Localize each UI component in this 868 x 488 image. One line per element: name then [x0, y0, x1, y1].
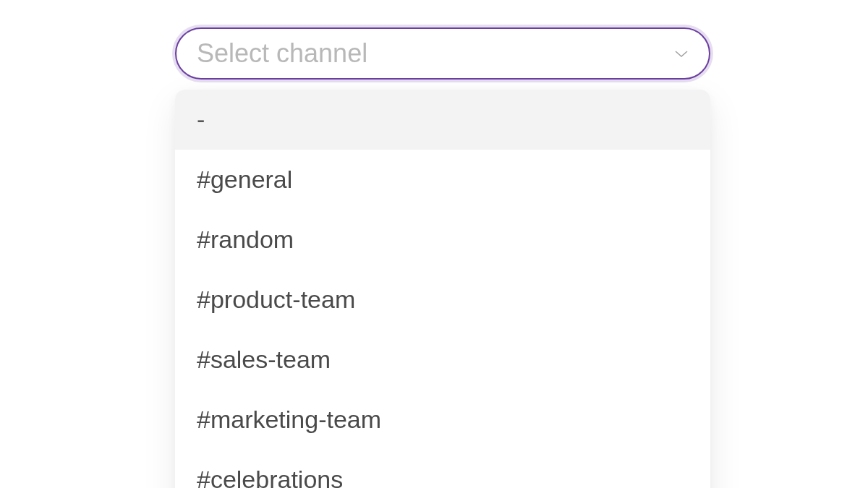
select-channel-input[interactable]: Select channel [175, 27, 710, 80]
dropdown-item-random[interactable]: #random [175, 210, 710, 270]
dropdown-item-marketing-team[interactable]: #marketing-team [175, 390, 710, 450]
dropdown-item-sales-team[interactable]: #sales-team [175, 330, 710, 390]
chevron-down-icon [674, 49, 689, 58]
select-placeholder: Select channel [197, 38, 367, 69]
dropdown-item-general[interactable]: #general [175, 150, 710, 210]
channel-dropdown: - #general #random #product-team #sales-… [175, 90, 710, 488]
channel-select-container: Select channel - #general #random #produ… [175, 27, 710, 488]
dropdown-item-empty[interactable]: - [175, 90, 710, 150]
dropdown-item-product-team[interactable]: #product-team [175, 270, 710, 330]
dropdown-item-celebrations[interactable]: #celebrations [175, 450, 710, 488]
